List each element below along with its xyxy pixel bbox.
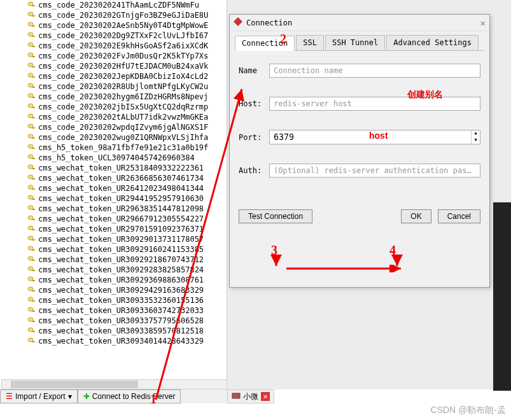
tree-item[interactable]: cms_wechat_token_UR26366856307461734 bbox=[0, 173, 227, 183]
tree-item[interactable]: cms_code_20230202E9khHsGoASf2a6ixXCdK bbox=[0, 41, 227, 51]
tree-item[interactable]: cms_wechat_token_UR30933532360155136 bbox=[0, 295, 227, 305]
ok-button[interactable]: OK bbox=[401, 209, 431, 223]
tree-item[interactable]: cms_code_20230202GTnjgFo3BZ9eGJiDaE8U bbox=[0, 10, 227, 20]
horizontal-scrollbar[interactable] bbox=[1, 379, 227, 389]
import-export-button[interactable]: ☰ Import / Export ▾ bbox=[0, 389, 78, 403]
close-icon[interactable]: ✕ bbox=[480, 18, 486, 28]
spinner-down-icon[interactable]: ▼ bbox=[472, 137, 480, 144]
tab-connection[interactable]: Connection bbox=[235, 36, 295, 51]
dialog-title: Connection bbox=[246, 18, 292, 27]
tree-item[interactable]: cms_wechat_token_UR25318409332222361 bbox=[0, 163, 227, 173]
host-label: Host: bbox=[239, 99, 269, 108]
tree-item[interactable]: cms_wechat_token_UR29701591092376371 bbox=[0, 224, 227, 234]
svg-rect-63 bbox=[32, 321, 35, 322]
tree-item[interactable]: cms_code_20230202AeSnb5Ny0T4DtgMpWowE bbox=[0, 20, 227, 31]
tree-item[interactable]: cms_code_20230202tALbUT7idk2vwzMmGKEa bbox=[0, 112, 227, 122]
tree-item-label: cms_code_20230202JepKDBA0CbizIoX4cLd2 bbox=[38, 72, 208, 81]
tree-item[interactable]: cms_code_20230202Dg9ZTXxF2clUvLJfbI67 bbox=[0, 31, 227, 41]
tree-item[interactable]: cms_wechat_token_UR29638351447812098 bbox=[0, 204, 227, 214]
tree-item-label: cms_code_20230202R8UbjlomtNPfgLKyCW2u bbox=[38, 82, 208, 91]
svg-rect-45 bbox=[32, 229, 35, 230]
tree-item[interactable]: cms_wechat_token_UR26412023498041344 bbox=[0, 183, 227, 193]
tree-item[interactable]: cms_wechat_token_UR29441952957910630 bbox=[0, 193, 227, 204]
tree-item[interactable]: cms_code_20230202wug0Z1QRNWpxVLSjIhfa bbox=[0, 132, 227, 143]
key-icon bbox=[27, 193, 37, 204]
tree-item[interactable]: cms_h5_token_98a71fbf7e91e21c31a0b19f bbox=[0, 143, 227, 153]
tree-item[interactable]: cms_wechat_token_UR30933603742732033 bbox=[0, 305, 227, 316]
tree-item[interactable]: cms_code_20230202HfU7tEJDACM0uB24xaVk bbox=[0, 61, 227, 71]
tree-item-label: cms_wechat_token_UR26412023498041344 bbox=[38, 184, 204, 193]
key-icon bbox=[27, 285, 37, 295]
key-icon bbox=[27, 153, 37, 163]
svg-rect-27 bbox=[32, 137, 35, 139]
tree-item[interactable]: cms_wechat_token_UR30929369886308761 bbox=[0, 275, 227, 285]
tree-item-label: cms_code_20230202wug0Z1QRNWpxVLSjIhfa bbox=[38, 133, 208, 142]
auth-input[interactable] bbox=[269, 164, 480, 178]
key-icon bbox=[27, 204, 37, 214]
tree-item[interactable]: cms_h5_token_UCL309740457426960384 bbox=[0, 153, 227, 163]
key-icon bbox=[27, 173, 37, 183]
svg-rect-37 bbox=[32, 188, 35, 190]
connect-button[interactable]: ✚ Connect to Redis Server bbox=[78, 389, 181, 403]
svg-rect-57 bbox=[32, 290, 35, 291]
tree-item-label: cms_code_20230202HfU7tEJDACM0uB24xaVk bbox=[38, 62, 208, 71]
svg-rect-31 bbox=[32, 158, 35, 159]
spinner-up-icon[interactable]: ▲ bbox=[472, 130, 480, 137]
host-input[interactable] bbox=[269, 97, 480, 111]
key-icon bbox=[27, 265, 37, 275]
port-spinner[interactable]: ▲ ▼ bbox=[471, 130, 480, 144]
tree-item[interactable]: cms_code_20230202jbISx5UgXtCQ2dqRzrmp bbox=[0, 102, 227, 112]
tree-item-label: cms_wechat_token_UR29441952957910630 bbox=[38, 194, 204, 203]
svg-rect-21 bbox=[32, 107, 35, 108]
svg-rect-7 bbox=[32, 36, 35, 37]
tree-item[interactable]: cms_code_20230202wpdqIZvym6jgAlNGXS1F bbox=[0, 122, 227, 132]
port-input[interactable] bbox=[270, 130, 471, 144]
tree-item[interactable]: cms_wechat_token_UR30929283825857824 bbox=[0, 265, 227, 275]
tree-item[interactable]: cms_code_20230202hygm6IZDzHGRMs8Npevj bbox=[0, 92, 227, 102]
key-icon bbox=[27, 41, 37, 51]
watermark: CSDN @勒布朗-孟 bbox=[431, 405, 506, 416]
cancel-button[interactable]: Cancel bbox=[438, 209, 480, 223]
tree-item[interactable]: cms_code_20230202JepKDBA0CbizIoX4cLd2 bbox=[0, 71, 227, 81]
name-label: Name bbox=[239, 66, 269, 75]
key-icon bbox=[27, 143, 37, 153]
dropdown-icon: ▾ bbox=[68, 392, 72, 401]
tree-item-label: cms_code_20230202E9khHsGoASf2a6ixXCdK bbox=[38, 41, 208, 50]
tree-item-label: cms_wechat_token_UR30929369886308761 bbox=[38, 276, 204, 284]
svg-rect-59 bbox=[32, 300, 35, 302]
key-icon bbox=[27, 234, 37, 244]
tab-advanced-settings[interactable]: Advanced Settings bbox=[386, 35, 479, 50]
tree-item-label: cms_wechat_token_UR30929283825857824 bbox=[38, 265, 204, 274]
key-icon bbox=[27, 295, 37, 305]
tree-item[interactable]: cms_code_2023020241ThAamLcZDF5NWmFu bbox=[0, 0, 227, 10]
status-bar: 小微 ✕ bbox=[227, 389, 274, 403]
tree-item[interactable]: cms_wechat_token_UR30929218670743712 bbox=[0, 255, 227, 265]
tree-item[interactable]: cms_wechat_token_UR30933757795606528 bbox=[0, 316, 227, 326]
svg-rect-49 bbox=[32, 249, 35, 251]
tree-item-label: cms_h5_token_98a71fbf7e91e21c31a0b19f bbox=[38, 143, 208, 152]
tree-item-label: cms_code_2023020241ThAamLcZDF5NWmFu bbox=[38, 1, 199, 10]
server-icon bbox=[232, 391, 241, 402]
key-icon bbox=[27, 20, 37, 31]
tab-ssl[interactable]: SSL bbox=[296, 35, 324, 50]
tree-item[interactable]: cms_wechat_token_UR30929429163683329 bbox=[0, 285, 227, 295]
tree-item[interactable]: cms_code_20230202R8UbjlomtNPfgLKyCW2u bbox=[0, 81, 227, 92]
tab-ssh-tunnel[interactable]: SSH Tunnel bbox=[325, 35, 385, 50]
tree-item[interactable]: cms_wechat_token_UR30929160241153385 bbox=[0, 244, 227, 255]
svg-rect-47 bbox=[32, 239, 35, 241]
tree-item-label: cms_h5_token_UCL309740457426960384 bbox=[38, 153, 195, 162]
svg-rect-29 bbox=[32, 148, 35, 149]
tree-item[interactable]: cms_wechat_token_UR30933859570812518 bbox=[0, 326, 227, 336]
name-input[interactable] bbox=[269, 64, 480, 78]
tree-item-label: cms_wechat_token_UR29667912305554227 bbox=[38, 214, 204, 223]
auth-label: Auth: bbox=[239, 166, 269, 175]
test-connection-button[interactable]: Test Connection bbox=[239, 209, 312, 223]
tree-item[interactable]: cms_wechat_token_UR30934014428643329 bbox=[0, 336, 227, 346]
tree-item[interactable]: cms_wechat_token_UR29667912305554227 bbox=[0, 214, 227, 224]
svg-rect-1 bbox=[32, 5, 35, 6]
close-status-icon[interactable]: ✕ bbox=[261, 392, 270, 401]
key-tree[interactable]: cms_code_2023020241ThAamLcZDF5NWmFucms_c… bbox=[0, 0, 227, 391]
tree-item[interactable]: cms_wechat_token_UR30929013731178057 bbox=[0, 234, 227, 244]
key-icon bbox=[27, 275, 37, 285]
tree-item[interactable]: cms_code_20230202FvJm0DusQr2K5kTYp7Xs bbox=[0, 51, 227, 61]
